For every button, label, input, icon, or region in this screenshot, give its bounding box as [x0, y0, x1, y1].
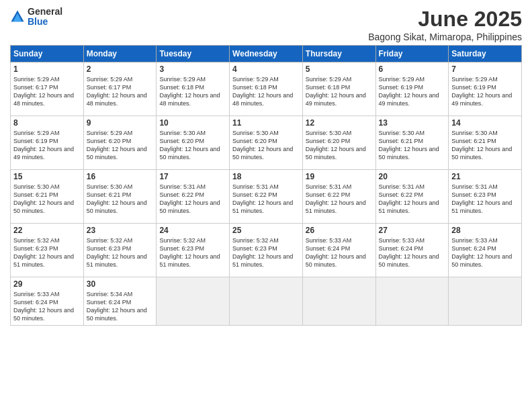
day-number: 12	[306, 118, 373, 128]
table-row: 21Sunrise: 5:31 AMSunset: 6:23 PMDayligh…	[449, 170, 522, 224]
table-row: 4Sunrise: 5:29 AMSunset: 6:18 PMDaylight…	[230, 62, 303, 116]
day-number: 17	[159, 172, 226, 181]
day-number: 6	[379, 64, 446, 74]
table-row: 16Sunrise: 5:30 AMSunset: 6:21 PMDayligh…	[83, 170, 157, 224]
logo-blue-text: Blue	[28, 17, 62, 27]
table-row: 24Sunrise: 5:32 AMSunset: 6:23 PMDayligh…	[157, 224, 230, 277]
table-row: 18Sunrise: 5:31 AMSunset: 6:22 PMDayligh…	[230, 170, 303, 224]
day-info: Sunrise: 5:30 AMSunset: 6:21 PMDaylight:…	[13, 183, 81, 216]
table-row: 9Sunrise: 5:29 AMSunset: 6:20 PMDaylight…	[83, 116, 157, 170]
day-number: 4	[232, 64, 300, 74]
day-info: Sunrise: 5:29 AMSunset: 6:19 PMDaylight:…	[379, 75, 446, 108]
day-number: 8	[13, 118, 81, 128]
table-row: 26Sunrise: 5:33 AMSunset: 6:24 PMDayligh…	[302, 224, 375, 277]
day-number: 21	[451, 172, 519, 181]
col-saturday: Saturday	[449, 46, 522, 62]
table-row	[302, 277, 375, 326]
day-number: 9	[87, 118, 154, 128]
day-info: Sunrise: 5:32 AMSunset: 6:23 PMDaylight:…	[159, 236, 226, 269]
table-row: 11Sunrise: 5:30 AMSunset: 6:20 PMDayligh…	[230, 116, 303, 170]
day-info: Sunrise: 5:32 AMSunset: 6:23 PMDaylight:…	[87, 236, 154, 269]
day-number: 2	[87, 64, 154, 74]
location-subtitle: Bagong Sikat, Mimaropa, Philippines	[368, 32, 522, 42]
table-row: 12Sunrise: 5:30 AMSunset: 6:20 PMDayligh…	[302, 116, 375, 170]
day-info: Sunrise: 5:30 AMSunset: 6:20 PMDaylight:…	[232, 129, 300, 162]
day-number: 15	[13, 172, 81, 181]
day-info: Sunrise: 5:31 AMSunset: 6:22 PMDaylight:…	[232, 183, 300, 216]
day-number: 22	[13, 226, 81, 235]
day-number: 28	[451, 226, 519, 235]
table-row: 17Sunrise: 5:31 AMSunset: 6:22 PMDayligh…	[157, 170, 230, 224]
day-info: Sunrise: 5:30 AMSunset: 6:21 PMDaylight:…	[451, 129, 519, 162]
table-row: 20Sunrise: 5:31 AMSunset: 6:22 PMDayligh…	[375, 170, 449, 224]
day-info: Sunrise: 5:29 AMSunset: 6:18 PMDaylight:…	[306, 75, 373, 108]
calendar-week-row: 1Sunrise: 5:29 AMSunset: 6:17 PMDaylight…	[11, 62, 522, 116]
calendar-week-row: 29Sunrise: 5:33 AMSunset: 6:24 PMDayligh…	[11, 277, 522, 326]
table-row: 8Sunrise: 5:29 AMSunset: 6:19 PMDaylight…	[11, 116, 84, 170]
logo: General Blue	[10, 7, 62, 28]
table-row: 28Sunrise: 5:33 AMSunset: 6:24 PMDayligh…	[449, 224, 522, 277]
table-row: 10Sunrise: 5:30 AMSunset: 6:20 PMDayligh…	[157, 116, 230, 170]
day-info: Sunrise: 5:30 AMSunset: 6:20 PMDaylight:…	[306, 129, 373, 162]
day-number: 20	[379, 172, 446, 181]
col-thursday: Thursday	[302, 46, 375, 62]
table-row: 2Sunrise: 5:29 AMSunset: 6:17 PMDaylight…	[83, 62, 157, 116]
day-info: Sunrise: 5:33 AMSunset: 6:24 PMDaylight:…	[379, 236, 446, 269]
table-row: 13Sunrise: 5:30 AMSunset: 6:21 PMDayligh…	[375, 116, 449, 170]
day-info: Sunrise: 5:30 AMSunset: 6:21 PMDaylight:…	[379, 129, 446, 162]
day-info: Sunrise: 5:32 AMSunset: 6:23 PMDaylight:…	[232, 236, 300, 269]
table-row	[230, 277, 303, 326]
day-number: 27	[379, 226, 446, 235]
table-row: 25Sunrise: 5:32 AMSunset: 6:23 PMDayligh…	[230, 224, 303, 277]
day-number: 16	[87, 172, 154, 181]
table-row: 1Sunrise: 5:29 AMSunset: 6:17 PMDaylight…	[11, 62, 84, 116]
col-tuesday: Tuesday	[157, 46, 230, 62]
day-number: 18	[232, 172, 300, 181]
day-number: 14	[451, 118, 519, 128]
day-info: Sunrise: 5:29 AMSunset: 6:18 PMDaylight:…	[232, 75, 300, 108]
day-info: Sunrise: 5:29 AMSunset: 6:20 PMDaylight:…	[87, 129, 154, 162]
day-number: 19	[306, 172, 373, 181]
day-info: Sunrise: 5:31 AMSunset: 6:22 PMDaylight:…	[379, 183, 446, 216]
day-number: 26	[306, 226, 373, 235]
table-row: 6Sunrise: 5:29 AMSunset: 6:19 PMDaylight…	[375, 62, 449, 116]
table-row	[157, 277, 230, 326]
day-number: 24	[159, 226, 226, 235]
table-row: 22Sunrise: 5:32 AMSunset: 6:23 PMDayligh…	[11, 224, 84, 277]
day-info: Sunrise: 5:31 AMSunset: 6:22 PMDaylight:…	[159, 183, 226, 216]
table-row: 5Sunrise: 5:29 AMSunset: 6:18 PMDaylight…	[302, 62, 375, 116]
table-row: 7Sunrise: 5:29 AMSunset: 6:19 PMDaylight…	[449, 62, 522, 116]
calendar-table: Sunday Monday Tuesday Wednesday Thursday…	[10, 45, 522, 326]
calendar-week-row: 8Sunrise: 5:29 AMSunset: 6:19 PMDaylight…	[11, 116, 522, 170]
title-block: June 2025 Bagong Sikat, Mimaropa, Philip…	[368, 7, 522, 42]
page-container: General Blue June 2025 Bagong Sikat, Mim…	[0, 0, 532, 332]
day-info: Sunrise: 5:33 AMSunset: 6:24 PMDaylight:…	[306, 236, 373, 269]
col-sunday: Sunday	[11, 46, 84, 62]
day-number: 11	[232, 118, 300, 128]
day-info: Sunrise: 5:29 AMSunset: 6:19 PMDaylight:…	[451, 75, 519, 108]
table-row: 29Sunrise: 5:33 AMSunset: 6:24 PMDayligh…	[11, 277, 84, 326]
day-number: 25	[232, 226, 300, 235]
day-info: Sunrise: 5:29 AMSunset: 6:17 PMDaylight:…	[13, 75, 81, 108]
header: General Blue June 2025 Bagong Sikat, Mim…	[10, 7, 522, 42]
table-row: 19Sunrise: 5:31 AMSunset: 6:22 PMDayligh…	[302, 170, 375, 224]
calendar-week-row: 15Sunrise: 5:30 AMSunset: 6:21 PMDayligh…	[11, 170, 522, 224]
day-info: Sunrise: 5:29 AMSunset: 6:17 PMDaylight:…	[87, 75, 154, 108]
logo-general-text: General	[28, 7, 62, 17]
day-number: 10	[159, 118, 226, 128]
table-row: 15Sunrise: 5:30 AMSunset: 6:21 PMDayligh…	[11, 170, 84, 224]
day-info: Sunrise: 5:31 AMSunset: 6:23 PMDaylight:…	[451, 183, 519, 216]
day-info: Sunrise: 5:32 AMSunset: 6:23 PMDaylight:…	[13, 236, 81, 269]
col-friday: Friday	[375, 46, 449, 62]
day-number: 13	[379, 118, 446, 128]
logo-icon	[10, 9, 25, 24]
day-number: 30	[87, 279, 154, 289]
day-number: 29	[13, 279, 81, 289]
col-wednesday: Wednesday	[230, 46, 303, 62]
day-number: 5	[306, 64, 373, 74]
table-row	[449, 277, 522, 326]
day-number: 23	[87, 226, 154, 235]
day-number: 3	[159, 64, 226, 74]
day-info: Sunrise: 5:29 AMSunset: 6:18 PMDaylight:…	[159, 75, 226, 108]
day-info: Sunrise: 5:30 AMSunset: 6:21 PMDaylight:…	[87, 183, 154, 216]
